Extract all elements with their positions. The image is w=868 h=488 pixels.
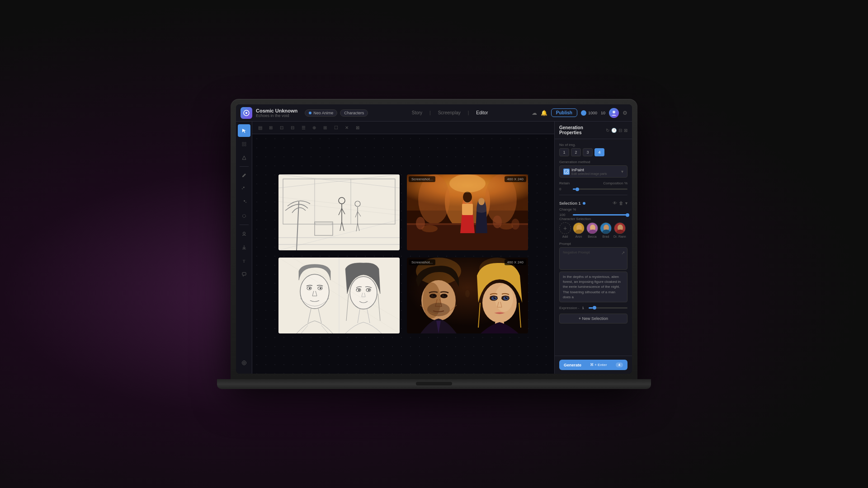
method-dropdown[interactable]: InPaint Edit selected image parts ▾ [559, 165, 627, 178]
char-aron-label: Aron [576, 235, 582, 238]
editor-main: ▤ ⊞ ⊡ ⊟ ☰ ⊕ ⊞ ☐ ✕ ⊠ [252, 122, 554, 374]
tool-comment[interactable] [238, 268, 250, 281]
tool-delete[interactable]: ✕ [342, 123, 352, 133]
panel-refresh-icon[interactable]: ↻ [606, 128, 609, 133]
change-track[interactable] [573, 214, 627, 216]
tool-grid-2[interactable]: ⊞ [266, 123, 276, 133]
publish-button[interactable]: Publish [551, 108, 577, 117]
add-char-button[interactable]: + [559, 222, 571, 234]
topbar-left: Cosmic Unknown Echoes in the void Neo An… [241, 107, 368, 119]
settings-icon[interactable]: ⚙ [623, 110, 627, 116]
tool-v-split[interactable]: ☰ [298, 123, 308, 133]
panel-settings-icon[interactable]: ⊟ [618, 128, 622, 133]
tool-settings-bottom[interactable] [238, 357, 250, 369]
tool-h-split[interactable]: ⊟ [288, 123, 297, 133]
change-value: 100 [559, 213, 570, 217]
char-dr-rann-avatar [614, 222, 626, 234]
svg-rect-103 [565, 170, 568, 174]
no-of-img-label: No of img. [559, 143, 627, 147]
svg-point-88 [433, 295, 435, 296]
bell-icon[interactable]: 🔔 [541, 110, 547, 116]
storyboard-panel-3[interactable] [278, 258, 400, 333]
credits-count: 10 [601, 111, 605, 115]
cloud-icon[interactable]: ☁ [532, 110, 537, 116]
prompt-text-display[interactable]: In the depths of a mysterious, alien for… [559, 272, 627, 302]
composition-slider: 0 [559, 187, 627, 191]
prompt-expand-icon[interactable]: ↗ [621, 250, 625, 256]
tool-expand[interactable]: ⊠ [353, 123, 363, 133]
tool-arrange[interactable]: ⊞ [320, 123, 330, 133]
svg-point-56 [416, 217, 425, 230]
svg-point-55 [449, 174, 486, 192]
storyboard-panel-4[interactable]: Screenshot... 460 X 240 [407, 258, 528, 333]
svg-point-54 [478, 198, 485, 205]
eye-icon[interactable]: 👁 [613, 201, 617, 206]
nav-editor[interactable]: Editor [474, 109, 490, 116]
tool-lasso[interactable] [238, 210, 250, 222]
laptop-body: Cosmic Unknown Echoes in the void Neo An… [231, 99, 637, 379]
svg-point-73 [358, 289, 360, 291]
tool-download[interactable] [238, 241, 250, 253]
expression-section: Expression - 1 [559, 306, 627, 310]
count-2[interactable]: 2 [571, 148, 581, 156]
tool-text[interactable]: T [238, 254, 250, 267]
nav-screenplay[interactable]: Screenplay [436, 109, 462, 116]
expression-thumb[interactable] [593, 306, 596, 310]
credits-display: 1000 10 [581, 110, 605, 116]
method-dropdown-arrow: ▾ [621, 169, 623, 174]
tool-rotate-cw[interactable] [238, 196, 250, 209]
storyboard-panel-2[interactable]: Screenshot... 460 X 240 [407, 174, 528, 250]
canvas-area[interactable]: Screenshot... 460 X 240 [252, 134, 554, 374]
generate-button[interactable]: Generate ⌘ + Enter 4 [559, 360, 627, 370]
count-3[interactable]: 3 [583, 148, 593, 156]
project-title: Cosmic Unknown [256, 108, 297, 113]
avatar[interactable] [609, 108, 619, 118]
svg-point-89 [444, 295, 446, 296]
tool-panel[interactable]: ⊡ [277, 123, 287, 133]
tool-cursor[interactable] [238, 124, 250, 137]
prompt-textarea[interactable]: Negative Prompt ↗ [559, 247, 627, 270]
composition-track[interactable] [573, 188, 627, 190]
tag-characters[interactable]: Characters [340, 109, 368, 117]
composition-thumb[interactable] [576, 188, 579, 191]
prompt-section: Prompt Negative Prompt ↗ In the depths o… [559, 242, 627, 302]
tool-pencil[interactable] [238, 169, 250, 182]
char-dr-rann[interactable]: Dr. Rann [613, 222, 626, 238]
svg-point-8 [242, 215, 245, 218]
chevron-icon[interactable]: ▾ [625, 201, 627, 206]
new-selection-button[interactable]: + New Selection [559, 314, 627, 324]
storyboard-panel-1[interactable] [278, 174, 400, 250]
tag-neo-anime[interactable]: Neo Anime [305, 109, 337, 117]
tool-grid[interactable] [238, 138, 250, 150]
expression-track[interactable] [589, 307, 627, 309]
generate-sublabel: ⌘ + Enter [590, 363, 607, 367]
char-aron[interactable]: Aron [573, 222, 585, 238]
change-thumb[interactable] [626, 213, 629, 217]
tool-frame[interactable]: ☐ [331, 123, 341, 133]
tool-select-all[interactable]: ▤ [255, 123, 265, 133]
svg-point-61 [300, 274, 329, 309]
char-brad-label: Brad [603, 235, 609, 238]
tool-upload[interactable] [238, 227, 250, 240]
nav-story[interactable]: Story [410, 109, 424, 116]
tag-neo-anime-label: Neo Anime [313, 111, 333, 115]
tool-rotate-ccw[interactable] [238, 183, 250, 195]
topbar-center: Story | Screenplay | Editor [368, 109, 531, 116]
count-4[interactable]: 4 [594, 148, 604, 156]
panel-actions: ↻ 🕐 ⊟ ⊠ [606, 128, 627, 133]
gen-method-label: Generation method [559, 160, 627, 164]
trash-icon[interactable]: 🗑 [619, 201, 623, 206]
tool-copy[interactable]: ⊕ [309, 123, 319, 133]
tool-shape[interactable] [238, 151, 250, 164]
char-brad[interactable]: Brad [600, 222, 612, 238]
count-1[interactable]: 1 [559, 148, 569, 156]
char-add[interactable]: + Add [559, 222, 571, 238]
selection-1-header: Selection 1 👁 🗑 ▾ [559, 199, 627, 207]
panel-history-icon[interactable]: 🕐 [611, 128, 617, 133]
panel-expand-icon[interactable]: ⊠ [624, 128, 627, 133]
svg-point-64 [309, 287, 311, 289]
topbar-tags: Neo Anime Characters [305, 109, 368, 117]
toolbar-separator-1 [240, 166, 249, 167]
right-panel: Generation Properties ↻ 🕐 ⊟ ⊠ No of img. [554, 122, 632, 374]
char-becca[interactable]: Becca [586, 222, 598, 238]
